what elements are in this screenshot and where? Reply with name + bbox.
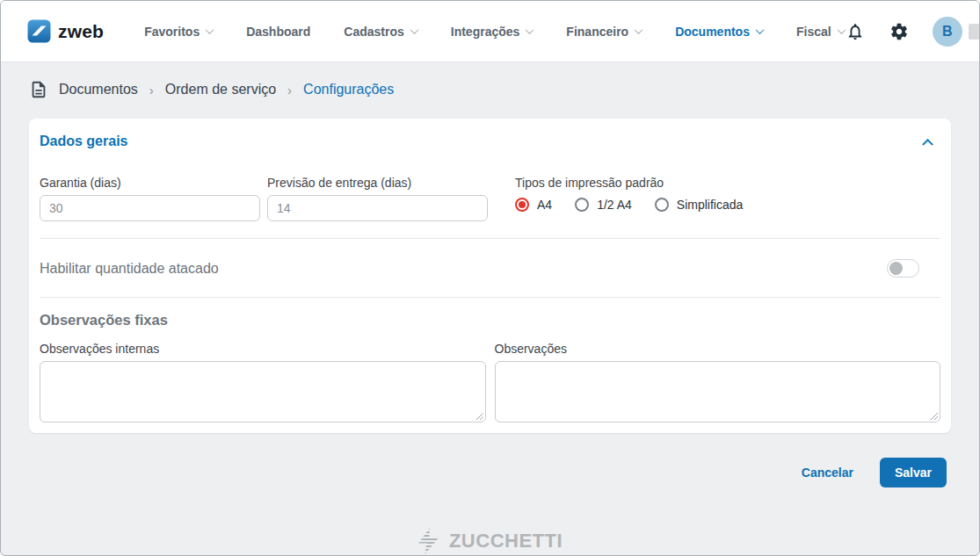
actions-row: Cancelar Salvar [1,458,947,487]
zucchetti-logo-icon [417,528,440,554]
observacoes-grid: Observações internas Observações [40,342,940,422]
radio-option-meia-a4[interactable]: 1/2 A4 [575,198,632,212]
cancel-button[interactable]: Cancelar [802,466,853,480]
nav-item-label: Dashboard [246,25,310,39]
card-header: Dados gerais [40,134,940,149]
breadcrumb-separator: › [287,83,292,97]
obs-wrap [495,361,941,422]
impressao-radio-group: A4 1/2 A4 Simplificada [515,198,940,212]
garantia-field-group: Garantia (dias) [40,176,260,221]
user-menu[interactable]: B [933,17,980,47]
atacado-toggle-label: Habilitar quantidade atacado [40,261,219,277]
avatar: B [933,17,962,47]
radio-unselected-icon[interactable] [575,198,589,212]
impressao-label: Tipos de impressão padrão [515,176,940,190]
main-nav: Favoritos Dashboard Cadastros Integraçõe… [144,25,845,39]
nav-item-label: Financeiro [566,25,628,39]
chevron-down-icon [635,25,643,34]
topbar-right: B [845,17,980,47]
top-navbar: zweb Favoritos Dashboard Cadastros Integ… [1,1,979,62]
obs-internas-group: Observações internas [40,342,486,422]
breadcrumb-item-documentos[interactable]: Documentos [59,82,138,97]
obs-label: Observações [495,342,941,356]
breadcrumb-item-configuracoes: Configurações [303,82,394,97]
impressao-field-group: Tipos de impressão padrão A4 1/2 A4 Simp… [515,176,940,221]
radio-selected-icon[interactable] [515,198,529,212]
zweb-logo[interactable]: zweb [27,19,104,43]
app-window: zweb Favoritos Dashboard Cadastros Integ… [0,0,980,556]
nav-item-label: Favoritos [144,25,200,39]
nav-item-favoritos[interactable]: Favoritos [144,25,213,39]
obs-textarea[interactable] [495,361,941,422]
divider [40,297,940,298]
general-fields-row: Garantia (dias) Previsão de entrega (dia… [40,176,940,221]
obs-internas-wrap [40,361,486,422]
observacoes-section-title: Observações fixas [40,312,940,329]
nav-item-dashboard[interactable]: Dashboard [246,25,310,39]
settings-gear-icon[interactable] [889,21,910,42]
breadcrumb-item-ordem-de-servico[interactable]: Ordem de serviço [165,82,276,97]
save-button[interactable]: Salvar [880,458,947,487]
logo-text: zweb [58,21,104,42]
chevron-up-icon[interactable] [922,138,933,149]
previsao-field-group: Previsão de entrega (dias) [267,176,488,221]
previsao-input[interactable] [267,195,488,221]
radio-label: 1/2 A4 [597,198,632,212]
atacado-toggle-switch[interactable] [887,259,919,278]
notifications-bell-icon[interactable] [845,21,866,42]
chevron-down-icon [756,25,765,34]
nav-item-documentos[interactable]: Documentos [675,25,763,39]
radio-option-a4[interactable]: A4 [515,198,552,212]
chevron-down-icon [206,25,214,34]
nav-item-integracoes[interactable]: Integrações [451,25,534,39]
nav-item-label: Integrações [451,25,520,39]
toggle-knob [889,262,903,275]
footer-brand: ZUCCHETTI [1,528,979,554]
dados-gerais-card: Dados gerais Garantia (dias) Previsão de… [29,119,951,433]
radio-option-simplificada[interactable]: Simplificada [655,198,743,212]
zweb-logo-icon [27,19,51,43]
previsao-label: Previsão de entrega (dias) [267,176,488,190]
card-title: Dados gerais [40,134,127,149]
radio-label: A4 [537,198,552,212]
garantia-input[interactable] [40,195,260,221]
obs-internas-label: Observações internas [40,342,486,356]
user-name-redacted [969,24,980,40]
breadcrumb: Documentos › Ordem de serviço › Configur… [1,62,979,117]
zucchetti-brand-text: ZUCCHETTI [449,530,563,552]
radio-unselected-icon[interactable] [655,198,669,212]
nav-item-label: Cadastros [344,25,403,39]
breadcrumb-separator: › [149,83,154,97]
nav-item-financeiro[interactable]: Financeiro [566,25,642,39]
nav-item-fiscal[interactable]: Fiscal [796,25,845,39]
nav-item-cadastros[interactable]: Cadastros [344,25,417,39]
nav-item-label: Fiscal [796,25,831,39]
nav-item-label: Documentos [675,25,750,39]
garantia-label: Garantia (dias) [40,176,260,190]
chevron-down-icon [410,25,418,34]
obs-group: Observações [495,342,941,422]
obs-internas-textarea[interactable] [40,361,486,422]
atacado-toggle-row: Habilitar quantidade atacado [40,239,940,297]
radio-label: Simplificada [677,198,743,212]
document-icon [29,79,48,100]
chevron-down-icon [526,25,534,34]
